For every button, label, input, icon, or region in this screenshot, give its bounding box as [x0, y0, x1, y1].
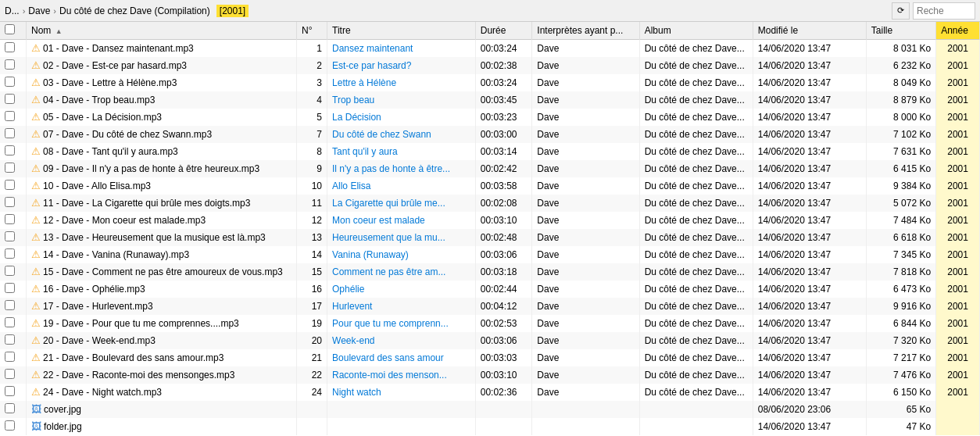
row-checkbox[interactable]: [5, 369, 15, 379]
col-modif-header[interactable]: Modifié le: [753, 22, 866, 40]
row-checkbox[interactable]: [5, 403, 15, 413]
col-nom-header[interactable]: Nom ▲: [26, 22, 296, 40]
row-checkbox[interactable]: [5, 266, 15, 276]
col-taille-header[interactable]: Taille: [866, 22, 935, 40]
artist-cell: Dave: [532, 315, 639, 332]
title-cell: Mon coeur est malade: [327, 212, 476, 229]
row-checkbox[interactable]: [5, 248, 15, 259]
row-checkbox[interactable]: [5, 77, 15, 87]
row-checkbox[interactable]: [5, 283, 15, 293]
year-cell: 2001: [936, 40, 980, 57]
table-row[interactable]: ⚠22 - Dave - Raconte-moi des mensonges.m…: [0, 366, 980, 384]
col-titre-header[interactable]: Titre: [327, 22, 476, 40]
table-row[interactable]: 🖼folder.jpg14/06/2020 13:4747 Ko: [0, 418, 980, 435]
table-row[interactable]: ⚠20 - Dave - Week-end.mp320Week-end00:03…: [0, 332, 980, 349]
table-row[interactable]: ⚠15 - Dave - Comment ne pas être amoureu…: [0, 263, 980, 281]
table-row[interactable]: 🖼cover.jpg08/06/2020 23:0665 Ko: [0, 401, 980, 418]
row-checkbox[interactable]: [5, 300, 15, 310]
duration-cell: 00:02:08: [475, 195, 532, 212]
table-row[interactable]: ⚠04 - Dave - Trop beau.mp34Trop beau00:0…: [0, 91, 980, 109]
table-row[interactable]: ⚠01 - Dave - Dansez maintenant.mp31Danse…: [0, 40, 980, 57]
table-row[interactable]: ⚠07 - Dave - Du côté de chez Swann.mp37D…: [0, 126, 980, 143]
row-checkbox[interactable]: [5, 197, 15, 207]
track-num-cell: 12: [296, 212, 327, 229]
table-row[interactable]: ⚠21 - Dave - Boulevard des sans amour.mp…: [0, 349, 980, 366]
table-row[interactable]: ⚠14 - Dave - Vanina (Runaway).mp314Vanin…: [0, 246, 980, 263]
search-input[interactable]: [913, 2, 975, 20]
table-row[interactable]: ⚠09 - Dave - Il n'y a pas de honte à êtr…: [0, 160, 980, 177]
table-row[interactable]: ⚠08 - Dave - Tant qu'il y aura.mp38Tant …: [0, 143, 980, 160]
file-name-cell: ⚠04 - Dave - Trop beau.mp3: [26, 91, 296, 109]
year-cell: 2001: [936, 315, 980, 332]
col-check[interactable]: [0, 22, 26, 40]
size-cell: 8 000 Ko: [866, 109, 935, 126]
row-checkbox[interactable]: [5, 317, 15, 327]
table-row[interactable]: ⚠12 - Dave - Mon coeur est malade.mp312M…: [0, 212, 980, 229]
row-checkbox-cell: [0, 384, 26, 401]
warn-icon: ⚠: [31, 317, 41, 329]
year-cell: 2001: [936, 349, 980, 366]
table-row[interactable]: ⚠24 - Dave - Night watch.mp324Night watc…: [0, 384, 980, 401]
album-cell: Du côté de chez Dave...: [639, 40, 753, 57]
duration-cell: 00:03:18: [475, 263, 532, 281]
table-wrapper: Nom ▲ N° Titre Durée Interprètes ayant p…: [0, 22, 980, 436]
row-checkbox[interactable]: [5, 94, 15, 104]
row-checkbox[interactable]: [5, 420, 15, 431]
row-checkbox[interactable]: [5, 145, 15, 155]
select-all-checkbox[interactable]: [5, 24, 15, 34]
row-checkbox[interactable]: [5, 163, 15, 173]
duration-cell: 00:02:38: [475, 57, 532, 74]
col-num-header[interactable]: N°: [296, 22, 327, 40]
col-album-header[interactable]: Album: [639, 22, 753, 40]
row-checkbox[interactable]: [5, 180, 15, 190]
table-row[interactable]: ⚠19 - Dave - Pour que tu me comprennes..…: [0, 315, 980, 332]
breadcrumb-dave[interactable]: Dave: [28, 5, 50, 16]
duration-cell: 00:02:48: [475, 229, 532, 246]
file-name-cell: ⚠01 - Dave - Dansez maintenant.mp3: [26, 40, 296, 57]
table-row[interactable]: ⚠03 - Dave - Lettre à Hélène.mp33Lettre …: [0, 74, 980, 91]
row-checkbox[interactable]: [5, 59, 15, 70]
file-name-cell: 🖼cover.jpg: [26, 401, 296, 418]
col-interp-header[interactable]: Interprètes ayant p...: [532, 22, 639, 40]
duration-cell: 00:02:36: [475, 384, 532, 401]
modified-cell: 14/06/2020 13:47: [753, 195, 866, 212]
table-row[interactable]: ⚠02 - Dave - Est-ce par hasard.mp32Est-c…: [0, 57, 980, 74]
col-duree-header[interactable]: Durée: [475, 22, 532, 40]
row-checkbox[interactable]: [5, 214, 15, 224]
artist-cell: Dave: [532, 332, 639, 349]
file-name-text: 24 - Dave - Night watch.mp3: [43, 387, 162, 398]
modified-cell: 14/06/2020 13:47: [753, 315, 866, 332]
modified-cell: 14/06/2020 13:47: [753, 143, 866, 160]
row-checkbox[interactable]: [5, 352, 15, 362]
duration-cell: 00:03:10: [475, 366, 532, 384]
table-row[interactable]: ⚠05 - Dave - La Décision.mp35La Décision…: [0, 109, 980, 126]
image-icon: 🖼: [31, 420, 41, 432]
row-checkbox[interactable]: [5, 334, 15, 345]
refresh-button[interactable]: ⟳: [892, 2, 910, 20]
file-name-text: 13 - Dave - Heureusement que la musique …: [43, 232, 266, 243]
table-row[interactable]: ⚠10 - Dave - Allo Elisa.mp310Allo Elisa0…: [0, 177, 980, 195]
title-cell: Week-end: [327, 332, 476, 349]
title-cell: Comment ne pas être am...: [327, 263, 476, 281]
breadcrumb-folder[interactable]: Du côté de chez Dave (Compilation): [59, 5, 210, 16]
row-checkbox[interactable]: [5, 231, 15, 241]
file-name-text: 22 - Dave - Raconte-moi des mensonges.mp…: [43, 370, 234, 381]
row-checkbox[interactable]: [5, 111, 15, 121]
artist-cell: Dave: [532, 263, 639, 281]
file-name-text: 20 - Dave - Week-end.mp3: [43, 335, 156, 346]
table-row[interactable]: ⚠11 - Dave - La Cigarette qui brûle mes …: [0, 195, 980, 212]
breadcrumb-d[interactable]: D...: [5, 5, 20, 16]
table-row[interactable]: ⚠17 - Dave - Hurlevent.mp317Hurlevent00:…: [0, 298, 980, 315]
track-num-cell: 2: [296, 57, 327, 74]
warn-icon: ⚠: [31, 180, 41, 191]
table-row[interactable]: ⚠13 - Dave - Heureusement que la musique…: [0, 229, 980, 246]
row-checkbox[interactable]: [5, 42, 15, 52]
artist-cell: Dave: [532, 126, 639, 143]
year-cell: 2001: [936, 160, 980, 177]
row-checkbox-cell: [0, 349, 26, 366]
row-checkbox[interactable]: [5, 386, 15, 396]
col-annee-header[interactable]: Année: [936, 22, 980, 40]
size-cell: 6 473 Ko: [866, 281, 935, 298]
table-row[interactable]: ⚠16 - Dave - Ophélie.mp316Ophélie00:02:4…: [0, 281, 980, 298]
row-checkbox[interactable]: [5, 128, 15, 138]
